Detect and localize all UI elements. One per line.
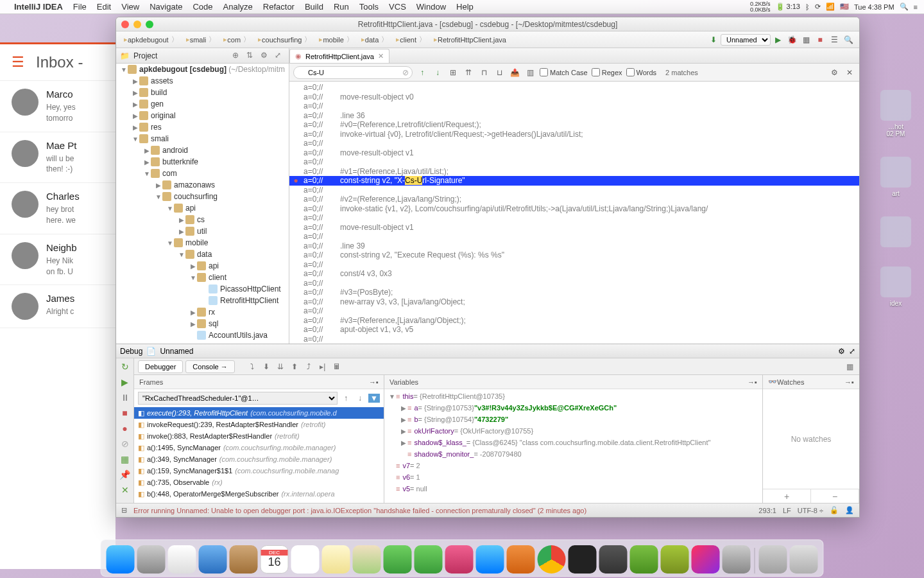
debug-button[interactable]: 🐞 — [786, 34, 798, 46]
structure-button[interactable]: ☰ — [828, 34, 840, 46]
menu-run[interactable]: Run — [334, 2, 349, 12]
code-line[interactable]: a=0;// move-result-object v1 — [289, 148, 859, 158]
disclosure-icon[interactable]: ▶ — [400, 439, 407, 446]
run-config-select[interactable]: Unnamed — [721, 34, 771, 46]
thread-select[interactable]: "RxCachedThreadScheduler-1"@1… — [138, 392, 338, 405]
disclosure-icon[interactable]: ▶ — [132, 89, 139, 96]
status-icon[interactable]: ⊟ — [121, 506, 127, 514]
breadcrumb-item[interactable]: ▸ couchsurfing〉 — [254, 35, 315, 44]
dock-facetime[interactable] — [415, 545, 443, 574]
disclosure-icon[interactable]: ▶ — [189, 309, 197, 316]
step-over-icon[interactable]: ⤵ — [246, 362, 258, 371]
export-icon[interactable]: 📤 — [509, 67, 520, 78]
menu-window[interactable]: Window — [416, 2, 446, 12]
menu-code[interactable]: Code — [193, 2, 212, 12]
disclosure-icon[interactable]: ▼ — [166, 240, 174, 247]
encoding[interactable]: UTF-8 ÷ — [798, 507, 823, 514]
breadcrumb-item[interactable]: ▸ data〉 — [357, 35, 392, 44]
breadcrumb-item[interactable]: ▸ client〉 — [392, 35, 430, 44]
pause-icon[interactable]: ⏸ — [119, 392, 131, 403]
line-separator[interactable]: LF — [783, 507, 791, 514]
menu-file[interactable]: File — [73, 2, 87, 12]
variable-row[interactable]: ▶≡a = {String@10753} "v3#!R3v44y3ZsJykkb… — [384, 402, 762, 414]
code-line[interactable]: a=0;// — [289, 306, 859, 316]
dock-app1[interactable] — [507, 545, 535, 574]
dock-downloads[interactable] — [759, 545, 787, 574]
hamburger-icon[interactable]: ☰ — [12, 54, 24, 71]
disclosure-icon[interactable]: ▶ — [400, 428, 407, 435]
disclosure-icon[interactable]: ▶ — [189, 263, 197, 270]
dock-notes[interactable] — [322, 545, 350, 574]
code-line[interactable]: a=0;// .line 36 — [289, 111, 859, 121]
find-settings-icon[interactable]: ⚙ — [828, 67, 840, 78]
dock-maps[interactable] — [353, 545, 381, 574]
disclosure-icon[interactable]: ▼ — [189, 274, 197, 281]
code-line[interactable]: a=0;// — [289, 83, 859, 92]
resume-icon[interactable]: ▶ — [119, 376, 131, 388]
tree-node[interactable]: PicassoHttpClient — [116, 283, 289, 295]
tree-node[interactable]: ▼mobile — [116, 237, 289, 249]
dock-finder[interactable] — [107, 545, 135, 574]
code-line[interactable]: a=0;// — [289, 157, 859, 167]
dock-android[interactable] — [661, 545, 689, 574]
tree-node[interactable]: ▼com — [116, 168, 289, 179]
tree-node[interactable]: ▶rx — [116, 306, 289, 318]
layout-icon[interactable]: ▦ — [119, 453, 131, 465]
menu-vcs[interactable]: VCS — [389, 2, 406, 12]
breadcrumb-item[interactable]: ▸ mobile〉 — [315, 35, 357, 44]
tree-node[interactable]: ▶sql — [116, 318, 289, 329]
dock-messages[interactable] — [384, 545, 412, 574]
menu-view[interactable]: View — [121, 2, 139, 12]
watches-hide-icon[interactable]: →▪ — [844, 378, 854, 386]
scroll-icon[interactable]: ⇅ — [246, 51, 257, 61]
remove-watch-button[interactable]: − — [811, 489, 859, 503]
code-line[interactable]: a=0;// const/4 v3, 0x3 — [289, 269, 859, 279]
variable-row[interactable]: ≡v5 = null — [384, 483, 762, 495]
dock-contacts[interactable] — [230, 545, 258, 574]
dock-chrome[interactable] — [538, 545, 566, 574]
code-line[interactable]: a=0;// — [289, 232, 859, 241]
notification-icon[interactable]: ≡ — [914, 3, 918, 11]
vars-hide-icon[interactable]: →▪ — [748, 378, 757, 386]
close-window-button[interactable] — [121, 21, 129, 28]
run-button[interactable]: ▶ — [772, 34, 783, 46]
titlebar[interactable]: RetrofitHttpClient.java - [csdebug] - cs… — [116, 17, 859, 31]
step-into-icon[interactable]: ⬇ — [261, 362, 272, 371]
tree-node[interactable]: ▶butterknife — [116, 156, 289, 168]
dock-terminal[interactable] — [569, 545, 597, 574]
restore-layout-icon[interactable]: ▦ — [844, 362, 855, 371]
disclosure-icon[interactable]: ▶ — [400, 416, 407, 423]
code-line[interactable]: a=0;// #v1=(Reference,Ljava/util/List;); — [289, 167, 859, 177]
breakpoint-icon[interactable]: ● — [291, 176, 301, 186]
close-debug-icon[interactable]: ✕ — [119, 484, 131, 496]
code-line[interactable]: a=0;// — [289, 260, 859, 270]
disclosure-icon[interactable]: ▶ — [143, 147, 151, 154]
breakpoints-icon[interactable]: ● — [119, 423, 131, 434]
add-selection-icon[interactable]: ⊞ — [447, 67, 459, 78]
tree-node[interactable]: ▶build — [116, 87, 289, 98]
editor-tab[interactable]: ◉ RetrofitHttpClient.java ✕ — [289, 49, 389, 63]
code-line[interactable]: a=0;// .line 39 — [289, 241, 859, 251]
code-line[interactable]: a=0;// const-string v2, "Execute Request… — [289, 250, 859, 260]
dock-mail[interactable] — [199, 545, 227, 574]
menu-help[interactable]: Help — [456, 2, 474, 12]
force-step-icon[interactable]: ⇊ — [275, 362, 286, 371]
debugger-tab[interactable]: Debugger — [138, 360, 183, 373]
disclosure-icon[interactable]: ▶ — [132, 101, 139, 108]
variable-row[interactable]: ▼≡this = {RetrofitHttpClient@10735} — [384, 390, 762, 402]
drop-frame-icon[interactable]: ⤴ — [303, 362, 314, 371]
dock-prefs[interactable] — [723, 545, 751, 574]
dock-launchpad[interactable] — [137, 545, 166, 574]
tree-node[interactable]: ▼couchsurfing — [116, 191, 289, 202]
search-everywhere-icon[interactable]: 🔍 — [843, 34, 854, 46]
frames-hide-icon[interactable]: →▪ — [369, 378, 379, 386]
disclosure-icon[interactable]: ▶ — [132, 124, 139, 131]
sync-icon[interactable]: ⬇ — [708, 34, 719, 46]
breadcrumb-item[interactable]: ▸ apkdebugout〉 — [120, 35, 182, 44]
battery-icon[interactable]: 🔋 3:13 — [776, 3, 800, 11]
tree-node[interactable]: ▼data — [116, 249, 289, 260]
hide-tool-icon[interactable]: ⤢ — [275, 51, 285, 61]
code-line[interactable]: a=0;// #v3=(Reference,[Ljava/lang/Object… — [289, 316, 859, 326]
thread-filter-icon[interactable]: ▼ — [368, 394, 380, 403]
dock-trash[interactable] — [790, 545, 818, 574]
